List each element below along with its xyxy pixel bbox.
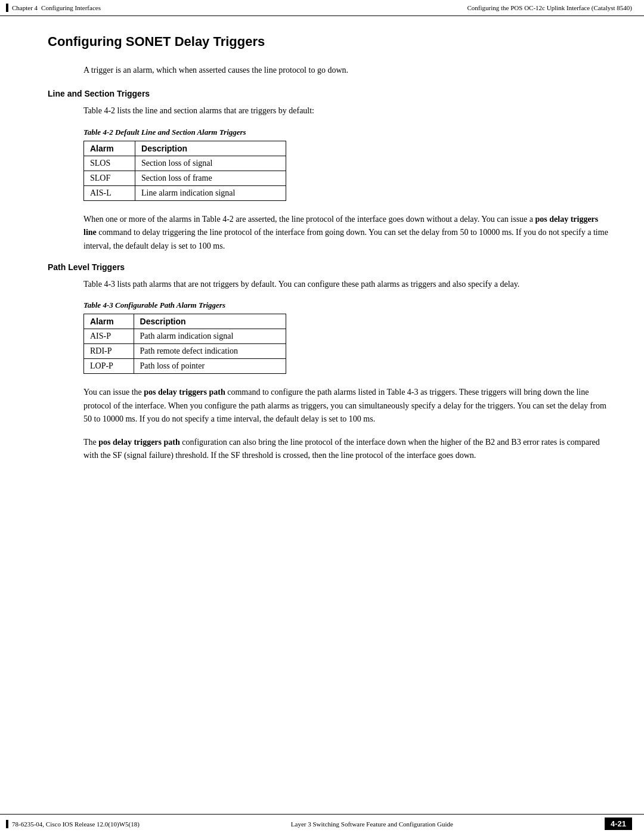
intro-paragraph: A trigger is an alarm, which when assert…	[83, 64, 608, 77]
page-title: Configuring SONET Delay Triggers	[48, 34, 608, 49]
table2-col-alarm: Alarm	[84, 314, 134, 329]
table2-header-row: Alarm Description	[84, 314, 286, 329]
page-number: 4-21	[605, 817, 632, 830]
table2-caption: Table 4-3 Configurable Path Alarm Trigge…	[83, 301, 608, 310]
top-bar-left: Chapter 4 Configuring Interfaces	[6, 4, 101, 12]
table-row: SLOSSection loss of signal	[84, 156, 286, 171]
table-row: RDI-PPath remote defect indication	[84, 344, 286, 359]
bottom-bar-icon	[6, 820, 8, 828]
alarm-cell: SLOF	[84, 171, 135, 185]
section2-body-text-a2: The	[83, 438, 98, 447]
bottom-center-text: Layer 3 Switching Software Feature and C…	[291, 820, 453, 828]
description-cell: Path remote defect indication	[134, 344, 286, 359]
section1-body-text-a: When one or more of the alarms in Table …	[83, 215, 535, 224]
section-path-triggers: Path Level Triggers Table 4-3 lists path…	[48, 262, 608, 462]
section-line-triggers: Line and Section Triggers Table 4-2 list…	[48, 89, 608, 253]
table1-col-alarm: Alarm	[84, 141, 135, 156]
bottom-bar-left: 78-6235-04, Cisco IOS Release 12.0(10)W5…	[6, 820, 140, 828]
description-cell: Path loss of pointer	[134, 359, 286, 374]
table2-col-description: Description	[134, 314, 286, 329]
section2-intro-para: Table 4-3 lists path alarms that are not…	[83, 278, 608, 291]
table1-col-description: Description	[135, 141, 286, 156]
table1: Alarm Description SLOSSection loss of si…	[83, 141, 286, 201]
alarm-cell: RDI-P	[84, 344, 134, 359]
section2-body-para2: The pos delay triggers path configuratio…	[83, 436, 608, 463]
bottom-bar: 78-6235-04, Cisco IOS Release 12.0(10)W5…	[0, 814, 644, 833]
content-area: Configuring SONET Delay Triggers A trigg…	[0, 16, 644, 519]
chapter-title: Configuring Interfaces	[41, 4, 101, 11]
section2-bold2: pos delay triggers path	[98, 438, 180, 447]
section2-body-text-a1: You can issue the	[83, 388, 144, 397]
table-row: SLOFSection loss of frame	[84, 171, 286, 185]
alarm-cell: AIS-L	[84, 185, 135, 200]
section1-body-text-b: command to delay triggering the line pro…	[83, 228, 608, 250]
table-row: AIS-LLine alarm indication signal	[84, 185, 286, 200]
description-cell: Section loss of frame	[135, 171, 286, 185]
description-cell: Section loss of signal	[135, 156, 286, 171]
section1-heading: Line and Section Triggers	[48, 89, 608, 98]
alarm-cell: SLOS	[84, 156, 135, 171]
table-row: AIS-PPath alarm indication signal	[84, 329, 286, 344]
chapter-label: Chapter 4	[12, 4, 38, 11]
section2-heading: Path Level Triggers	[48, 262, 608, 272]
section2-body-para1: You can issue the pos delay triggers pat…	[83, 386, 608, 426]
top-bar: Chapter 4 Configuring Interfaces Configu…	[0, 0, 644, 16]
table1-caption: Table 4-2 Default Line and Section Alarm…	[83, 128, 608, 137]
description-cell: Line alarm indication signal	[135, 185, 286, 200]
table-row: LOP-PPath loss of pointer	[84, 359, 286, 374]
description-cell: Path alarm indication signal	[134, 329, 286, 344]
alarm-cell: LOP-P	[84, 359, 134, 374]
alarm-cell: AIS-P	[84, 329, 134, 344]
bottom-left-text: 78-6235-04, Cisco IOS Release 12.0(10)W5…	[12, 820, 140, 828]
bar-icon	[6, 4, 8, 12]
top-bar-right: Configuring the POS OC-12c Uplink Interf…	[467, 4, 632, 11]
section2-bold1: pos delay triggers path	[144, 388, 225, 397]
table1-header-row: Alarm Description	[84, 141, 286, 156]
section1-intro-para: Table 4-2 lists the line and section ala…	[83, 104, 608, 117]
table2: Alarm Description AIS-PPath alarm indica…	[83, 314, 286, 374]
section1-body-para: When one or more of the alarms in Table …	[83, 213, 608, 253]
